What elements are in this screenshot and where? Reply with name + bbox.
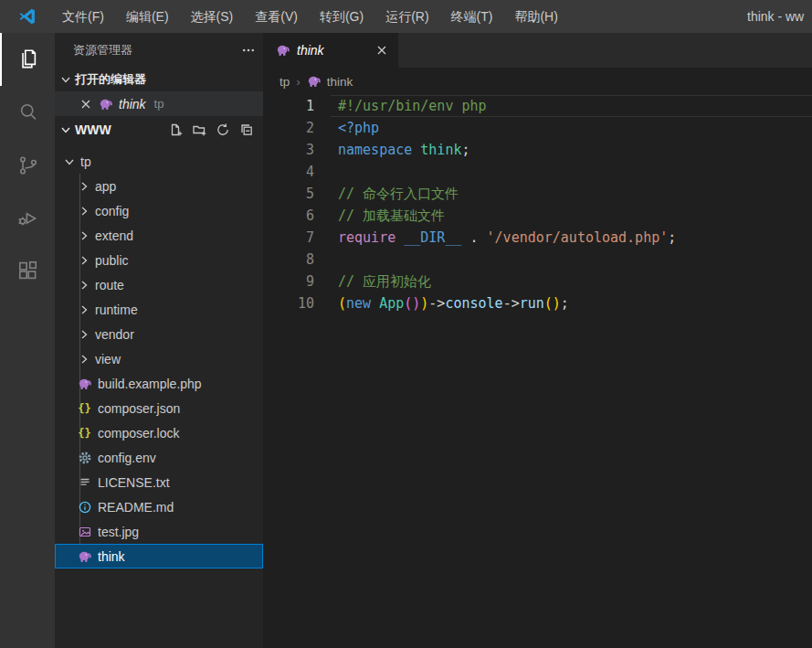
new-folder-icon[interactable]	[192, 122, 206, 137]
open-editor-name: think	[119, 97, 146, 112]
menu-item-2[interactable]: 选择(S)	[180, 0, 245, 33]
chevron-down-icon	[58, 122, 73, 137]
menu-item-3[interactable]: 查看(V)	[244, 0, 309, 33]
chevron-right-icon	[77, 228, 91, 243]
title-bar: 文件(F)编辑(E)选择(S)查看(V)转到(G)运行(R)终端(T)帮助(H)…	[0, 0, 812, 33]
line-number: 2	[263, 117, 314, 139]
tree-item-config[interactable]: config	[55, 198, 263, 223]
more-actions-icon[interactable]	[241, 43, 256, 58]
new-file-icon[interactable]	[168, 122, 183, 137]
open-editors-header[interactable]: 打开的编辑器	[55, 68, 263, 91]
tree-item-label: runtime	[95, 303, 138, 317]
php-elephant-icon	[99, 97, 113, 112]
menu-item-4[interactable]: 转到(G)	[309, 0, 374, 33]
code-line-7: 7require __DIR__ . '/vendor/autoload.php…	[263, 227, 812, 249]
tree-item-route[interactable]: route	[55, 272, 263, 297]
tree-item-label: build.example.php	[98, 377, 202, 391]
tree-item-label: think	[98, 549, 125, 564]
tree-item-app[interactable]: app	[55, 174, 263, 198]
tree-item-view[interactable]: view	[55, 346, 263, 371]
activity-extensions-icon[interactable]	[0, 245, 55, 298]
refresh-icon[interactable]	[216, 122, 230, 137]
open-editor-item-think[interactable]: think tp	[55, 91, 263, 116]
elephant-icon	[307, 74, 322, 89]
chevron-down-icon	[58, 72, 73, 87]
code-line-10: 10(new App())->console->run();	[263, 292, 812, 314]
tree-item-label: config	[95, 204, 129, 218]
menu-item-5[interactable]: 运行(R)	[374, 0, 439, 33]
line-number: 6	[263, 205, 314, 227]
code-text: (new App())->console->run();	[314, 292, 569, 314]
code-text	[314, 161, 338, 183]
tab-think[interactable]: think	[263, 33, 398, 68]
line-number: 8	[263, 249, 314, 271]
tree-item-think[interactable]: think	[55, 544, 263, 568]
breadcrumb-label: tp	[279, 75, 290, 89]
open-editors-label: 打开的编辑器	[75, 71, 146, 88]
breadcrumb-segment-tp[interactable]: tp	[279, 75, 290, 89]
tree-item-label: composer.json	[98, 401, 180, 416]
activity-source-control-icon[interactable]	[0, 139, 55, 192]
activity-run-debug-icon[interactable]	[0, 192, 55, 245]
code-editor[interactable]: 1#!/usr/bin/env php2<?php3namespace thin…	[263, 95, 812, 648]
menu-item-7[interactable]: 帮助(H)	[503, 0, 568, 33]
activity-search-icon[interactable]	[0, 86, 55, 139]
code-line-4: 4	[263, 161, 812, 183]
chevron-right-icon	[77, 204, 91, 218]
tree-item-build-example-php[interactable]: build.example.php	[55, 371, 263, 396]
workspace-section-header[interactable]: WWW	[55, 116, 263, 143]
close-icon[interactable]	[79, 97, 93, 112]
close-icon[interactable]	[374, 43, 389, 58]
tree-item-config-env[interactable]: config.env	[55, 445, 263, 470]
workspace-name-label: WWW	[75, 122, 168, 137]
line-number: 4	[263, 161, 314, 183]
tree-item-label: route	[95, 278, 124, 292]
chevron-down-icon	[62, 154, 77, 169]
tree-item-label: test.jpg	[98, 525, 139, 539]
tree-item-runtime[interactable]: runtime	[55, 297, 263, 322]
tree-item-vendor[interactable]: vendor	[55, 322, 263, 346]
image-icon	[77, 525, 92, 539]
tree-item-extend[interactable]: extend	[55, 223, 263, 248]
chevron-right-icon	[77, 327, 91, 342]
tree-item-label: vendor	[95, 327, 134, 342]
code-line-5: 5// 命令行入口文件	[263, 183, 812, 205]
code-text: require __DIR__ . '/vendor/autoload.php'…	[314, 227, 676, 249]
menu-item-0[interactable]: 文件(F)	[51, 0, 115, 33]
code-text: // 命令行入口文件	[314, 183, 459, 205]
breadcrumb-segment-think[interactable]: think	[307, 74, 353, 89]
window-title: think - ww	[747, 9, 804, 24]
menu-item-1[interactable]: 编辑(E)	[115, 0, 180, 33]
code-text: namespace think;	[314, 139, 470, 161]
menu-item-6[interactable]: 终端(T)	[440, 0, 504, 33]
line-number: 5	[263, 183, 314, 205]
vscode-logo-icon	[18, 7, 37, 26]
tree-item-label: extend	[95, 228, 133, 243]
tab-bar: think	[263, 33, 812, 68]
tree-item-tp[interactable]: tp	[55, 149, 263, 174]
tree-item-label: composer.lock	[98, 426, 179, 441]
braces-icon: {}	[77, 401, 92, 416]
tree-item-label: LICENSE.txt	[98, 475, 170, 490]
tree-item-composer-lock[interactable]: {}composer.lock	[55, 420, 263, 445]
text-lines-icon	[77, 475, 92, 490]
explorer-sidebar: 资源管理器 打开的编辑器 think tp WWW	[55, 33, 263, 648]
tree-item-composer-json[interactable]: {}composer.json	[55, 396, 263, 420]
chevron-right-icon	[77, 303, 91, 317]
collapse-all-icon[interactable]	[239, 122, 254, 137]
breadcrumb-separator: ›	[296, 75, 301, 89]
code-line-3: 3namespace think;	[263, 139, 812, 161]
tree-item-public[interactable]: public	[55, 248, 263, 272]
tree-item-test-jpg[interactable]: test.jpg	[55, 519, 263, 544]
code-text	[314, 249, 338, 271]
code-text: // 应用初始化	[314, 271, 431, 292]
elephant-icon	[77, 549, 92, 564]
braces-icon: {}	[77, 426, 92, 441]
tree-item-license-txt[interactable]: LICENSE.txt	[55, 470, 263, 494]
line-number: 3	[263, 139, 314, 161]
activity-bar	[0, 33, 55, 648]
chevron-right-icon	[77, 278, 91, 292]
sidebar-title: 资源管理器	[73, 42, 132, 58]
activity-explorer-icon[interactable]	[0, 33, 55, 86]
tree-item-readme-md[interactable]: README.md	[55, 494, 263, 519]
